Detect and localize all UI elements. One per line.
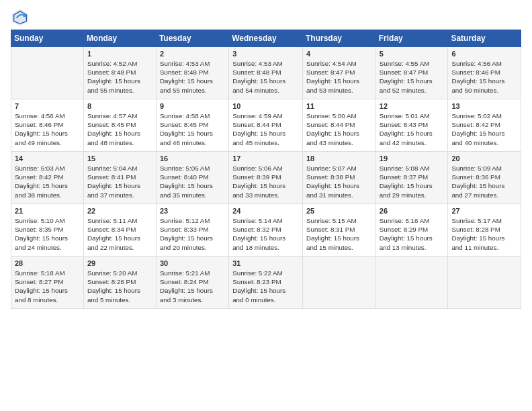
- calendar-cell: 31Sunrise: 5:22 AM Sunset: 8:23 PM Dayli…: [229, 257, 303, 309]
- calendar-cell: 21Sunrise: 5:10 AM Sunset: 8:35 PM Dayli…: [11, 204, 84, 257]
- calendar-cell: 15Sunrise: 5:04 AM Sunset: 8:41 PM Dayli…: [83, 152, 156, 204]
- calendar-cell: 2Sunrise: 4:53 AM Sunset: 8:48 PM Daylig…: [156, 47, 228, 99]
- cell-content: Sunrise: 5:01 AM Sunset: 8:43 PM Dayligh…: [380, 111, 445, 147]
- day-number: 20: [451, 154, 517, 163]
- day-number: 5: [380, 50, 445, 58]
- calendar-week-3: 14Sunrise: 5:03 AM Sunset: 8:42 PM Dayli…: [11, 152, 521, 204]
- cell-content: Sunrise: 4:56 AM Sunset: 8:46 PM Dayligh…: [15, 111, 80, 147]
- cell-content: Sunrise: 5:00 AM Sunset: 8:44 PM Dayligh…: [306, 111, 372, 147]
- header-row: SundayMondayTuesdayWednesdayThursdayFrid…: [11, 30, 521, 47]
- day-number: 27: [451, 207, 517, 215]
- day-number: 11: [306, 102, 372, 110]
- cell-content: Sunrise: 5:02 AM Sunset: 8:42 PM Dayligh…: [451, 111, 517, 147]
- calendar-cell: 6Sunrise: 4:56 AM Sunset: 8:46 PM Daylig…: [448, 47, 521, 99]
- cell-content: Sunrise: 4:59 AM Sunset: 8:44 PM Dayligh…: [232, 111, 299, 147]
- cell-content: Sunrise: 5:10 AM Sunset: 8:35 PM Dayligh…: [15, 216, 80, 252]
- cell-content: Sunrise: 4:55 AM Sunset: 8:47 PM Dayligh…: [380, 59, 445, 95]
- calendar-cell: 8Sunrise: 4:57 AM Sunset: 8:45 PM Daylig…: [83, 99, 156, 152]
- calendar-cell: 3Sunrise: 4:53 AM Sunset: 8:48 PM Daylig…: [229, 47, 303, 99]
- calendar-cell: 19Sunrise: 5:08 AM Sunset: 8:37 PM Dayli…: [375, 152, 448, 204]
- calendar-week-1: 1Sunrise: 4:52 AM Sunset: 8:48 PM Daylig…: [11, 47, 521, 99]
- cell-content: Sunrise: 4:54 AM Sunset: 8:47 PM Dayligh…: [306, 59, 372, 95]
- day-number: 16: [160, 154, 225, 163]
- weekday-header-monday: Monday: [83, 30, 156, 47]
- cell-content: Sunrise: 4:53 AM Sunset: 8:48 PM Dayligh…: [232, 59, 299, 95]
- calendar-week-2: 7Sunrise: 4:56 AM Sunset: 8:46 PM Daylig…: [11, 99, 521, 152]
- day-number: 19: [380, 154, 445, 163]
- calendar-cell: 4Sunrise: 4:54 AM Sunset: 8:47 PM Daylig…: [303, 47, 376, 99]
- day-number: 4: [306, 50, 372, 58]
- weekday-header-sunday: Sunday: [11, 30, 84, 47]
- day-number: 25: [306, 207, 372, 215]
- day-number: 30: [160, 259, 225, 267]
- cell-content: Sunrise: 5:04 AM Sunset: 8:41 PM Dayligh…: [87, 164, 152, 199]
- weekday-header-saturday: Saturday: [448, 30, 521, 47]
- day-number: 22: [87, 207, 152, 215]
- calendar-cell: [448, 257, 521, 309]
- cell-content: Sunrise: 5:20 AM Sunset: 8:26 PM Dayligh…: [87, 269, 152, 304]
- day-number: 12: [380, 102, 445, 110]
- logo-icon: [11, 8, 30, 27]
- weekday-header-thursday: Thursday: [303, 30, 376, 47]
- day-number: 17: [232, 154, 299, 163]
- cell-content: Sunrise: 5:03 AM Sunset: 8:42 PM Dayligh…: [15, 164, 80, 199]
- calendar-cell: 22Sunrise: 5:11 AM Sunset: 8:34 PM Dayli…: [83, 204, 156, 257]
- day-number: 3: [232, 50, 299, 58]
- calendar-cell: 1Sunrise: 4:52 AM Sunset: 8:48 PM Daylig…: [83, 47, 156, 99]
- cell-content: Sunrise: 5:22 AM Sunset: 8:23 PM Dayligh…: [232, 269, 299, 304]
- cell-content: Sunrise: 5:12 AM Sunset: 8:33 PM Dayligh…: [160, 216, 225, 252]
- calendar-cell: 16Sunrise: 5:05 AM Sunset: 8:40 PM Dayli…: [156, 152, 228, 204]
- weekday-header-wednesday: Wednesday: [229, 30, 303, 47]
- cell-content: Sunrise: 5:16 AM Sunset: 8:29 PM Dayligh…: [380, 216, 445, 252]
- cell-content: Sunrise: 4:56 AM Sunset: 8:46 PM Dayligh…: [451, 59, 517, 95]
- svg-marker-0: [12, 9, 28, 26]
- calendar-cell: 17Sunrise: 5:06 AM Sunset: 8:39 PM Dayli…: [229, 152, 303, 204]
- calendar-cell: 29Sunrise: 5:20 AM Sunset: 8:26 PM Dayli…: [83, 257, 156, 309]
- cell-content: Sunrise: 5:11 AM Sunset: 8:34 PM Dayligh…: [87, 216, 152, 252]
- day-number: 9: [160, 102, 225, 110]
- cell-content: Sunrise: 5:09 AM Sunset: 8:36 PM Dayligh…: [451, 164, 517, 199]
- weekday-header-tuesday: Tuesday: [156, 30, 228, 47]
- header: [11, 8, 521, 27]
- day-number: 14: [15, 154, 80, 163]
- day-number: 31: [232, 259, 299, 267]
- svg-point-2: [23, 14, 26, 17]
- day-number: 13: [451, 102, 517, 110]
- calendar-cell: 30Sunrise: 5:21 AM Sunset: 8:24 PM Dayli…: [156, 257, 228, 309]
- calendar-cell: 14Sunrise: 5:03 AM Sunset: 8:42 PM Dayli…: [11, 152, 84, 204]
- calendar-cell: 28Sunrise: 5:18 AM Sunset: 8:27 PM Dayli…: [11, 257, 84, 309]
- calendar-table: SundayMondayTuesdayWednesdayThursdayFrid…: [11, 30, 521, 309]
- calendar-week-5: 28Sunrise: 5:18 AM Sunset: 8:27 PM Dayli…: [11, 257, 521, 309]
- day-number: 23: [160, 207, 225, 215]
- cell-content: Sunrise: 5:08 AM Sunset: 8:37 PM Dayligh…: [380, 164, 445, 199]
- calendar-cell: 9Sunrise: 4:58 AM Sunset: 8:45 PM Daylig…: [156, 99, 228, 152]
- calendar-cell: [303, 257, 376, 309]
- calendar-cell: [375, 257, 448, 309]
- page-container: SundayMondayTuesdayWednesdayThursdayFrid…: [0, 0, 532, 314]
- day-number: 29: [87, 259, 152, 267]
- calendar-cell: 26Sunrise: 5:16 AM Sunset: 8:29 PM Dayli…: [375, 204, 448, 257]
- day-number: 10: [232, 102, 299, 110]
- calendar-cell: 18Sunrise: 5:07 AM Sunset: 8:38 PM Dayli…: [303, 152, 376, 204]
- cell-content: Sunrise: 5:15 AM Sunset: 8:31 PM Dayligh…: [306, 216, 372, 252]
- logo: [11, 8, 32, 27]
- cell-content: Sunrise: 5:17 AM Sunset: 8:28 PM Dayligh…: [451, 216, 517, 252]
- calendar-cell: 20Sunrise: 5:09 AM Sunset: 8:36 PM Dayli…: [448, 152, 521, 204]
- cell-content: Sunrise: 5:07 AM Sunset: 8:38 PM Dayligh…: [306, 164, 372, 199]
- calendar-cell: 7Sunrise: 4:56 AM Sunset: 8:46 PM Daylig…: [11, 99, 84, 152]
- cell-content: Sunrise: 5:06 AM Sunset: 8:39 PM Dayligh…: [232, 164, 299, 199]
- calendar-cell: 10Sunrise: 4:59 AM Sunset: 8:44 PM Dayli…: [229, 99, 303, 152]
- cell-content: Sunrise: 4:58 AM Sunset: 8:45 PM Dayligh…: [160, 111, 225, 147]
- calendar-cell: [11, 47, 84, 99]
- cell-content: Sunrise: 5:14 AM Sunset: 8:32 PM Dayligh…: [232, 216, 299, 252]
- calendar-cell: 5Sunrise: 4:55 AM Sunset: 8:47 PM Daylig…: [375, 47, 448, 99]
- calendar-cell: 12Sunrise: 5:01 AM Sunset: 8:43 PM Dayli…: [375, 99, 448, 152]
- cell-content: Sunrise: 4:52 AM Sunset: 8:48 PM Dayligh…: [87, 59, 152, 95]
- day-number: 7: [15, 102, 80, 110]
- calendar-cell: 13Sunrise: 5:02 AM Sunset: 8:42 PM Dayli…: [448, 99, 521, 152]
- calendar-cell: 24Sunrise: 5:14 AM Sunset: 8:32 PM Dayli…: [229, 204, 303, 257]
- day-number: 18: [306, 154, 372, 163]
- calendar-cell: 27Sunrise: 5:17 AM Sunset: 8:28 PM Dayli…: [448, 204, 521, 257]
- day-number: 21: [15, 207, 80, 215]
- calendar-cell: 25Sunrise: 5:15 AM Sunset: 8:31 PM Dayli…: [303, 204, 376, 257]
